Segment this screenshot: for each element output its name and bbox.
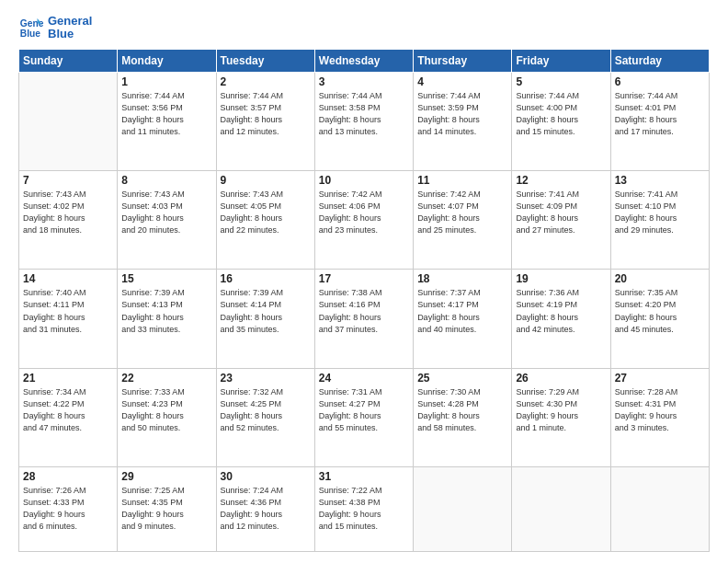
calendar-cell: 27Sunrise: 7:28 AM Sunset: 4:31 PM Dayli… (610, 368, 709, 466)
week-row-4: 21Sunrise: 7:34 AM Sunset: 4:22 PM Dayli… (19, 368, 710, 466)
calendar-cell: 26Sunrise: 7:29 AM Sunset: 4:30 PM Dayli… (512, 368, 610, 466)
week-row-1: 1Sunrise: 7:44 AM Sunset: 3:56 PM Daylig… (19, 72, 710, 170)
calendar-cell: 10Sunrise: 7:42 AM Sunset: 4:06 PM Dayli… (314, 171, 413, 270)
calendar-cell: 7Sunrise: 7:43 AM Sunset: 4:02 PM Daylig… (19, 171, 118, 270)
calendar-cell: 2Sunrise: 7:44 AM Sunset: 3:57 PM Daylig… (216, 72, 314, 170)
svg-text:Blue: Blue (20, 29, 41, 40)
day-number: 7 (23, 174, 113, 187)
calendar-cell: 1Sunrise: 7:44 AM Sunset: 3:56 PM Daylig… (118, 72, 216, 170)
day-number: 26 (516, 372, 606, 385)
day-info: Sunrise: 7:28 AM Sunset: 4:31 PM Dayligh… (615, 386, 705, 434)
calendar-cell: 25Sunrise: 7:30 AM Sunset: 4:28 PM Dayli… (414, 368, 512, 466)
day-info: Sunrise: 7:42 AM Sunset: 4:07 PM Dayligh… (417, 189, 507, 236)
calendar-cell: 29Sunrise: 7:25 AM Sunset: 4:35 PM Dayli… (118, 467, 216, 552)
calendar-header: SundayMondayTuesdayWednesdayThursdayFrid… (19, 49, 710, 72)
day-info: Sunrise: 7:40 AM Sunset: 4:11 PM Dayligh… (23, 287, 113, 335)
day-info: Sunrise: 7:32 AM Sunset: 4:25 PM Dayligh… (221, 386, 311, 434)
day-number: 12 (516, 174, 606, 187)
calendar-cell: 20Sunrise: 7:35 AM Sunset: 4:20 PM Dayli… (610, 270, 709, 368)
day-info: Sunrise: 7:44 AM Sunset: 4:01 PM Dayligh… (615, 90, 705, 138)
day-number: 27 (615, 372, 705, 385)
day-number: 30 (221, 470, 311, 483)
calendar-cell (610, 467, 709, 552)
calendar-cell: 4Sunrise: 7:44 AM Sunset: 3:59 PM Daylig… (414, 72, 512, 170)
day-number: 1 (121, 75, 211, 88)
weekday-header-wednesday: Wednesday (314, 49, 413, 72)
day-number: 15 (121, 272, 211, 285)
calendar-cell (414, 467, 512, 552)
day-info: Sunrise: 7:38 AM Sunset: 4:16 PM Dayligh… (319, 287, 409, 335)
day-number: 31 (319, 470, 409, 483)
day-info: Sunrise: 7:31 AM Sunset: 4:27 PM Dayligh… (319, 386, 409, 434)
logo-text: General Blue (48, 15, 92, 41)
calendar-cell: 14Sunrise: 7:40 AM Sunset: 4:11 PM Dayli… (19, 270, 118, 368)
day-number: 6 (615, 75, 705, 88)
day-number: 13 (615, 174, 705, 187)
day-number: 4 (417, 75, 507, 88)
day-info: Sunrise: 7:33 AM Sunset: 4:23 PM Dayligh… (121, 386, 211, 434)
calendar-cell: 21Sunrise: 7:34 AM Sunset: 4:22 PM Dayli… (19, 368, 118, 466)
calendar-body: 1Sunrise: 7:44 AM Sunset: 3:56 PM Daylig… (19, 72, 710, 551)
day-number: 16 (221, 272, 311, 285)
header: General Blue General Blue (18, 15, 710, 41)
day-info: Sunrise: 7:37 AM Sunset: 4:17 PM Dayligh… (417, 287, 507, 335)
day-number: 17 (319, 272, 409, 285)
weekday-header-thursday: Thursday (414, 49, 512, 72)
day-info: Sunrise: 7:22 AM Sunset: 4:38 PM Dayligh… (319, 485, 409, 533)
calendar-cell: 3Sunrise: 7:44 AM Sunset: 3:58 PM Daylig… (314, 72, 413, 170)
day-info: Sunrise: 7:44 AM Sunset: 3:57 PM Dayligh… (221, 90, 311, 138)
day-info: Sunrise: 7:42 AM Sunset: 4:06 PM Dayligh… (319, 189, 409, 236)
day-number: 19 (516, 272, 606, 285)
day-number: 25 (417, 372, 507, 385)
day-number: 3 (319, 75, 409, 88)
day-info: Sunrise: 7:44 AM Sunset: 3:58 PM Dayligh… (319, 90, 409, 138)
logo-icon: General Blue (18, 15, 44, 40)
calendar-cell: 19Sunrise: 7:36 AM Sunset: 4:19 PM Dayli… (512, 270, 610, 368)
day-number: 20 (615, 272, 705, 285)
logo: General Blue General Blue (18, 15, 92, 41)
day-number: 5 (516, 75, 606, 88)
calendar-page: General Blue General Blue SundayMondayTu… (0, 0, 728, 563)
weekday-header-monday: Monday (118, 49, 216, 72)
calendar-cell: 17Sunrise: 7:38 AM Sunset: 4:16 PM Dayli… (314, 270, 413, 368)
calendar-cell: 30Sunrise: 7:24 AM Sunset: 4:36 PM Dayli… (216, 467, 314, 552)
day-number: 11 (417, 174, 507, 187)
calendar-cell: 31Sunrise: 7:22 AM Sunset: 4:38 PM Dayli… (314, 467, 413, 552)
calendar-cell: 8Sunrise: 7:43 AM Sunset: 4:03 PM Daylig… (118, 171, 216, 270)
day-number: 14 (23, 272, 113, 285)
day-info: Sunrise: 7:43 AM Sunset: 4:05 PM Dayligh… (221, 189, 311, 236)
day-number: 9 (221, 174, 311, 187)
day-info: Sunrise: 7:39 AM Sunset: 4:13 PM Dayligh… (121, 287, 211, 335)
day-number: 18 (417, 272, 507, 285)
calendar-table: SundayMondayTuesdayWednesdayThursdayFrid… (18, 49, 710, 552)
day-info: Sunrise: 7:41 AM Sunset: 4:10 PM Dayligh… (615, 189, 705, 236)
day-number: 21 (23, 372, 113, 385)
day-info: Sunrise: 7:43 AM Sunset: 4:03 PM Dayligh… (121, 189, 211, 236)
day-info: Sunrise: 7:29 AM Sunset: 4:30 PM Dayligh… (516, 386, 606, 434)
week-row-3: 14Sunrise: 7:40 AM Sunset: 4:11 PM Dayli… (19, 270, 710, 368)
calendar-cell: 6Sunrise: 7:44 AM Sunset: 4:01 PM Daylig… (610, 72, 709, 170)
day-info: Sunrise: 7:39 AM Sunset: 4:14 PM Dayligh… (221, 287, 311, 335)
day-number: 8 (121, 174, 211, 187)
day-number: 28 (23, 470, 113, 483)
weekday-header-friday: Friday (512, 49, 610, 72)
day-info: Sunrise: 7:30 AM Sunset: 4:28 PM Dayligh… (417, 386, 507, 434)
day-info: Sunrise: 7:44 AM Sunset: 4:00 PM Dayligh… (516, 90, 606, 138)
weekday-header-row: SundayMondayTuesdayWednesdayThursdayFrid… (19, 49, 710, 72)
calendar-cell: 11Sunrise: 7:42 AM Sunset: 4:07 PM Dayli… (414, 171, 512, 270)
calendar-cell: 22Sunrise: 7:33 AM Sunset: 4:23 PM Dayli… (118, 368, 216, 466)
calendar-cell: 18Sunrise: 7:37 AM Sunset: 4:17 PM Dayli… (414, 270, 512, 368)
day-number: 23 (221, 372, 311, 385)
calendar-cell: 13Sunrise: 7:41 AM Sunset: 4:10 PM Dayli… (610, 171, 709, 270)
day-number: 24 (319, 372, 409, 385)
weekday-header-tuesday: Tuesday (216, 49, 314, 72)
calendar-cell: 9Sunrise: 7:43 AM Sunset: 4:05 PM Daylig… (216, 171, 314, 270)
day-number: 22 (121, 372, 211, 385)
calendar-cell: 15Sunrise: 7:39 AM Sunset: 4:13 PM Dayli… (118, 270, 216, 368)
day-info: Sunrise: 7:34 AM Sunset: 4:22 PM Dayligh… (23, 386, 113, 434)
weekday-header-sunday: Sunday (19, 49, 118, 72)
day-info: Sunrise: 7:44 AM Sunset: 3:59 PM Dayligh… (417, 90, 507, 138)
day-info: Sunrise: 7:24 AM Sunset: 4:36 PM Dayligh… (221, 485, 311, 533)
day-number: 29 (121, 470, 211, 483)
weekday-header-saturday: Saturday (610, 49, 709, 72)
